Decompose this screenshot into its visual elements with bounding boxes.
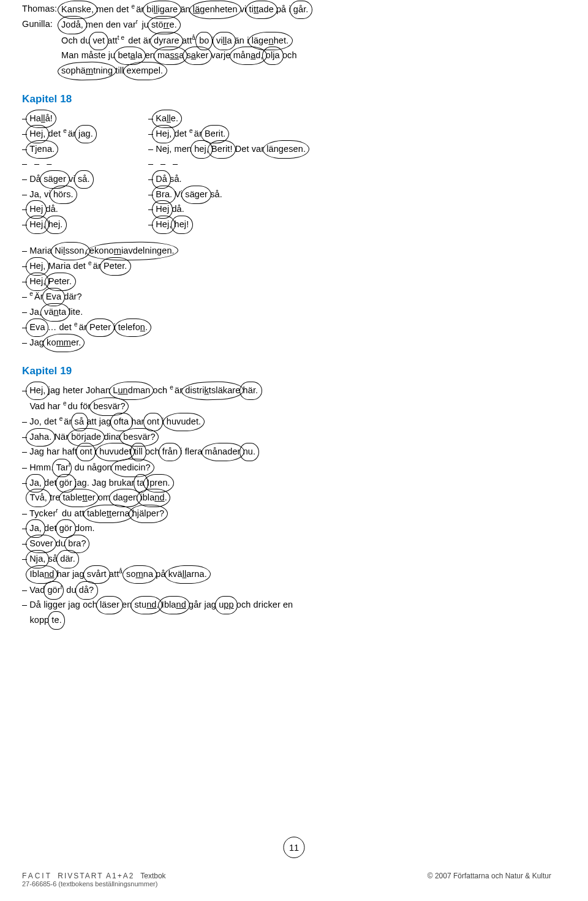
line: – Hej, hej. [22, 217, 93, 232]
line: – Jag har haft ont i huvudet till och fr… [22, 444, 551, 459]
dialog-text: Kanske, men det eär billigare än lägenhe… [61, 1, 308, 17]
page-number: 11 [284, 837, 305, 858]
word: går. [293, 2, 309, 17]
word: Jodå, [61, 17, 83, 32]
word: Kanske, [61, 2, 94, 17]
line: – Då så. [148, 172, 306, 187]
line: – Hej, hej! [148, 217, 306, 232]
line: – Hej, Peter. [22, 274, 551, 289]
ch18-right: – Kalle. – Hej, det eär Berit. – Nej, me… [148, 111, 306, 232]
ch18-two-col: – Hallå! – Hej, det eär jag. – Tjena. – … [22, 111, 551, 232]
content: Thomas: Kanske, men det eär billigare än… [22, 0, 551, 627]
footer-isbn: 27-66685-6 (textbokens beställningsnumme… [22, 880, 166, 888]
line: sophämtning till exempel. [61, 63, 551, 78]
dialog-text: Jodå, men den varr ju större. [61, 17, 177, 32]
line: – Vad görr du då? [22, 582, 551, 597]
line: – Nja, så där. [22, 551, 551, 567]
word: billigare [146, 2, 178, 17]
ch19-block: – Hej, jag heter Johan Lundman och eär d… [22, 382, 551, 627]
line: – Hallå! [22, 111, 93, 126]
dialog-cont: Och du vet attt e det är dyrare attå bo … [22, 32, 551, 78]
line: – Ja, vi hörs. [22, 187, 93, 202]
line: – Kalle. [148, 111, 306, 126]
footer-left: FACIT RIVSTART A1+A2 Textbok 27-66685-6 … [22, 872, 166, 888]
line: – Maria Nilsson, ekonomiavdelningen. [22, 243, 551, 258]
line: – Tyckerr du att tabletterna hjälper? [22, 505, 551, 521]
line: – eÄr Eva där? [22, 288, 551, 304]
line: – Hej, det eär jag. [22, 126, 93, 141]
footer-title: FACIT RIVSTART A1+A2 Textbok [22, 872, 166, 880]
line: Två, tre tabletter om dagen ibland. [22, 490, 551, 505]
line: – Jaha. När började dina besvär? [22, 429, 551, 445]
line: – Hej, jag heter Johan Lundman och eär d… [22, 382, 551, 398]
footer-copyright: © 2007 Författarna och Natur & Kultur [428, 872, 551, 888]
footer: FACIT RIVSTART A1+A2 Textbok 27-66685-6 … [22, 872, 551, 888]
word: tittade [249, 2, 274, 17]
dialog-row: Gunilla: Jodå, men den varr ju större. [22, 17, 551, 32]
line: – Ja, det gör dom. [22, 521, 551, 536]
line: – – – [148, 156, 306, 172]
line: – Hej, Maria det eär Peter. [22, 258, 551, 273]
line: – Då ligger jag och läser en stund. Ibla… [22, 597, 551, 613]
line: – Hej då. [148, 202, 306, 217]
dialog-row: Thomas: Kanske, men det eär billigare än… [22, 1, 551, 17]
line: Och du vet attt e det är dyrare attå bo … [61, 32, 551, 48]
line: – Hej, det eär Berit. [148, 126, 306, 141]
word: lägenheten [193, 2, 238, 17]
speaker-label: Gunilla: [22, 17, 61, 32]
line: – Då säger vi så. [22, 172, 93, 187]
speaker-label: Thomas: [22, 1, 61, 17]
word: större. [151, 17, 177, 32]
ch18-block2: – Maria Nilsson, ekonomiavdelningen. – H… [22, 243, 551, 350]
chapter-19-heading: Kapitel 19 [22, 363, 551, 380]
line: – Tjena. [22, 141, 93, 157]
page: Thomas: Kanske, men det eär billigare än… [0, 0, 588, 901]
line: Ibland har jag svårt attå somna på kväll… [22, 566, 551, 581]
line: Vad har edu för besvär? [22, 398, 551, 413]
facit-label: FACIT [22, 872, 52, 880]
book-suffix: Textbok [140, 872, 165, 880]
line: – Sover du bra? [22, 536, 551, 551]
line: – Jo, det eär så att jag ofta har ont i … [22, 413, 551, 429]
book-label: RIVSTART A1+A2 [58, 872, 134, 880]
line: – Ja, vänta lite. [22, 304, 551, 320]
ch18-left: – Hallå! – Hej, det eär jag. – Tjena. – … [22, 111, 93, 232]
line: – Hmm. Tarr du någon medicin? [22, 459, 551, 475]
line: Man måste ju betala en massa saker varje… [61, 48, 551, 63]
line: – Hej då. [22, 202, 93, 217]
line: kopp te. [22, 613, 551, 628]
line: – Nej, men hej, Berit! Det var längesen. [148, 141, 306, 157]
chapter-18-heading: Kapitel 18 [22, 91, 551, 108]
line: – Eva … det eär Peter i telefon. [22, 319, 551, 334]
line: – Jag kommer. [22, 335, 551, 350]
line: – Ja, det gör jag. Jag brukar ta Ipren. [22, 475, 551, 491]
line: – Bra. Vi säger så. [148, 187, 306, 202]
line: – – – [22, 156, 93, 172]
